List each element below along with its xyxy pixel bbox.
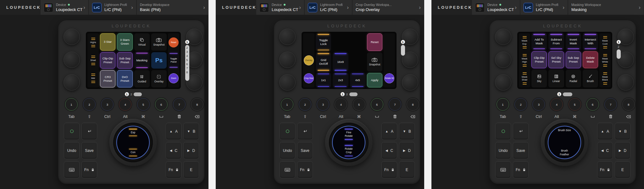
- page-number[interactable]: 2: [130, 92, 132, 96]
- touch-button-sel-sky-preset[interactable]: Sel Sky Preset: [548, 51, 564, 68]
- round-button-6[interactable]: 6: [586, 98, 599, 111]
- key-return[interactable]: [297, 123, 313, 140]
- page-current[interactable]: 1: [557, 92, 561, 96]
- key-save[interactable]: Save: [81, 142, 97, 159]
- round-button-7[interactable]: 7: [389, 98, 401, 111]
- key-b[interactable]: ▼B: [183, 123, 199, 140]
- touch-button-grid-on-off[interactable]: Grid On/Off: [316, 53, 331, 71]
- round-button-3[interactable]: 3: [317, 98, 329, 111]
- key-undo[interactable]: Undo: [280, 142, 295, 159]
- key-return[interactable]: [513, 123, 529, 140]
- page-current[interactable]: 1: [617, 40, 621, 44]
- key-d[interactable]: ▶D: [399, 142, 415, 159]
- round-button-4[interactable]: 4: [550, 98, 563, 111]
- device-selector[interactable]: Device Loupedeck CT ›: [41, 0, 88, 15]
- page-number[interactable]: 4: [186, 54, 188, 58]
- round-button-1[interactable]: 1: [65, 98, 78, 111]
- control-wheel[interactable]: Fine RotateRotate Crop: [325, 119, 372, 166]
- touch-button-3-star[interactable]: 3 Star: [100, 33, 115, 51]
- key-return[interactable]: [81, 123, 97, 140]
- touch-button-snapshot[interactable]: Snapshot: [151, 33, 167, 51]
- touch-button-toggle-lock[interactable]: Toggle Lock: [316, 33, 331, 51]
- dial-knob[interactable]: [402, 74, 418, 91]
- workspace-selector[interactable]: Masking Workspace Masking ›: [568, 0, 644, 15]
- touch-button-3-stars-green[interactable]: 3 Stars Green: [117, 33, 132, 51]
- page-number[interactable]: 3: [186, 50, 188, 53]
- dial-knob[interactable]: [495, 74, 511, 91]
- touch-button-virtual[interactable]: Virtual: [134, 33, 150, 51]
- control-wheel[interactable]: ExpCon: [109, 119, 157, 166]
- round-button-6[interactable]: 6: [371, 98, 383, 111]
- key-b[interactable]: ▼B: [399, 123, 415, 140]
- profile-selector[interactable]: LrC Lightroom Profile LrC (Phil) ›: [520, 0, 568, 15]
- round-button-2[interactable]: 2: [83, 98, 96, 111]
- workspace-selector[interactable]: Crop Overlay Workspa... Crop Overlay ›: [353, 0, 424, 15]
- key-fn[interactable]: Fn: [381, 161, 397, 178]
- dial-knob[interactable]: [495, 52, 511, 68]
- dial-knob[interactable]: [64, 74, 80, 91]
- page-current[interactable]: 1: [185, 40, 189, 44]
- page-current[interactable]: 1: [125, 92, 129, 96]
- round-button-1[interactable]: 1: [497, 98, 509, 111]
- profile-selector[interactable]: LrC Lightroom Profile LrC (Phil) ›: [89, 0, 136, 15]
- page-current[interactable]: 1: [401, 40, 405, 44]
- key-fn[interactable]: Fn: [297, 161, 313, 178]
- round-button-2[interactable]: 2: [514, 98, 527, 111]
- page-number[interactable]: 5: [186, 58, 188, 62]
- touch-button-brush[interactable]: Brush: [583, 70, 598, 87]
- key-power[interactable]: [64, 123, 80, 140]
- touch-button-clip-dip-preset[interactable]: Clip-Dip Preset: [100, 52, 115, 69]
- dial-knob[interactable]: [279, 29, 296, 45]
- touch-button-linear[interactable]: Linear: [548, 70, 564, 87]
- round-button-7[interactable]: 7: [604, 98, 617, 111]
- touch-button-add-to-mask[interactable]: Add To Mask: [531, 33, 547, 50]
- touch-button-ps[interactable]: Ps: [151, 52, 167, 69]
- dial-knob[interactable]: [64, 52, 80, 68]
- dial-knob[interactable]: [618, 74, 634, 91]
- profile-selector[interactable]: LrC Lightroom Profile LrC (Phil) ›: [305, 0, 352, 15]
- key-undo[interactable]: Undo: [495, 142, 511, 159]
- round-button-1[interactable]: 1: [281, 98, 293, 111]
- key-e[interactable]: E: [183, 161, 199, 178]
- round-button-8[interactable]: 8: [622, 98, 635, 111]
- key-fn[interactable]: Fn: [166, 161, 181, 178]
- touch-button-masking[interactable]: Masking: [134, 52, 150, 69]
- touch-button-intersect-with[interactable]: Intersect With: [583, 33, 598, 50]
- touch-button-guided[interactable]: Guided: [134, 70, 150, 87]
- round-button-4[interactable]: 4: [335, 98, 347, 111]
- key-c[interactable]: ◀C: [381, 142, 397, 159]
- touch-button-sub-sep-preset[interactable]: Sub Sep Preset: [566, 51, 581, 68]
- control-wheel[interactable]: Brush SizeBrush Feather: [541, 119, 588, 166]
- key-a[interactable]: ▲A: [166, 123, 181, 140]
- key-c[interactable]: ◀C: [597, 142, 613, 159]
- key-power[interactable]: [280, 123, 295, 140]
- round-button-5[interactable]: 5: [353, 98, 365, 111]
- page-number[interactable]: 8: [186, 70, 188, 74]
- touch-dial-button-crop-size[interactable]: Crop Size: [304, 73, 314, 83]
- page-number[interactable]: 2: [346, 92, 348, 96]
- touch-button-sub-sep-preset[interactable]: Sub Sep Preset: [117, 52, 132, 69]
- touch-button-16x9[interactable]: 16x9: [333, 53, 348, 71]
- key-a[interactable]: ▲A: [597, 123, 613, 140]
- page-current[interactable]: 1: [341, 92, 345, 96]
- key-c[interactable]: ◀C: [166, 142, 181, 159]
- key-fn[interactable]: Fn: [513, 161, 529, 178]
- round-button-2[interactable]: 2: [299, 98, 311, 111]
- workspace-selector[interactable]: Develop Workspace Basic (Phil) ›: [137, 0, 208, 15]
- touch-button-2x3[interactable]: 2x3: [333, 73, 348, 87]
- dial-knob[interactable]: [279, 74, 296, 91]
- touch-button-overlay[interactable]: Overlay: [151, 70, 167, 87]
- key-save[interactable]: Save: [513, 142, 529, 159]
- touch-dial-button-rotate-90[interactable]: Rotate 90: [384, 73, 394, 83]
- touch-dial-button-overlay[interactable]: Overlay: [304, 55, 314, 65]
- key-a[interactable]: ▲A: [381, 123, 397, 140]
- device-selector[interactable]: Device Loupedeck CT ›: [256, 0, 304, 15]
- key-keyboard[interactable]: [280, 161, 295, 178]
- page-number[interactable]: 2: [186, 46, 188, 49]
- touch-button-reset[interactable]: Reset: [367, 33, 382, 51]
- dial-knob[interactable]: [279, 52, 296, 68]
- touch-button-sky[interactable]: Sky: [531, 70, 547, 87]
- round-button-5[interactable]: 5: [569, 98, 581, 111]
- round-button-3[interactable]: 3: [101, 98, 114, 111]
- touch-dial-button-zoom[interactable]: Zoom: [169, 73, 179, 83]
